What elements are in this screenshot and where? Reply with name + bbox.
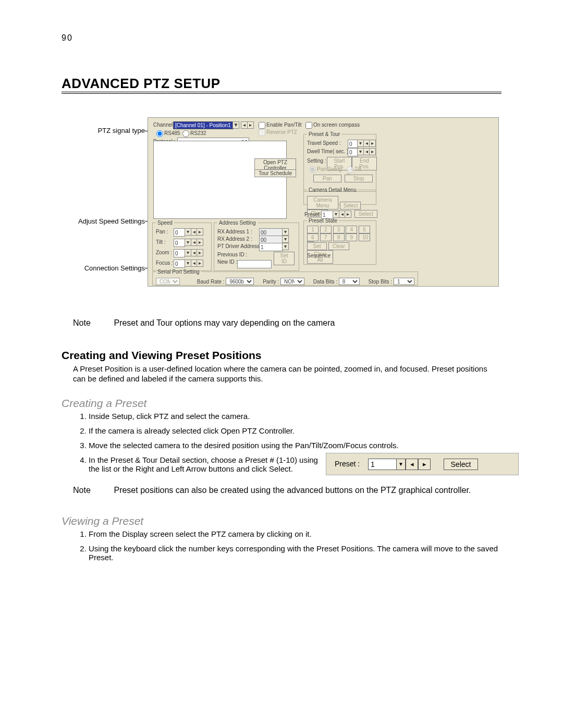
- preset-state-5[interactable]: 5: [359, 226, 370, 233]
- camera-preview-area: [153, 141, 287, 219]
- dwell-time-input[interactable]: [348, 148, 358, 156]
- preset-state-9[interactable]: 9: [346, 233, 357, 241]
- pan-swing-radio: [309, 166, 316, 173]
- preset-state-group: Preset State 1 2 3 4 5 ▴ 6 7 8 9 10 ▾: [303, 218, 376, 265]
- preset-widget-next-button[interactable]: ▸: [418, 459, 431, 470]
- zoom-next-button[interactable]: ▸: [197, 249, 203, 256]
- dwell-time-next-button[interactable]: ▸: [369, 148, 376, 155]
- preset-select-button[interactable]: Select: [354, 210, 377, 218]
- dwell-time-label: Dwell Time( sec. ) :: [307, 149, 351, 154]
- serial-legend: Serial Port Setting: [156, 269, 201, 275]
- tour-schedule-button[interactable]: Tour Schedule: [254, 169, 296, 177]
- pt-driver-dropdown-icon[interactable]: ▾: [282, 243, 289, 250]
- channel-select[interactable]: [Channel 01] - Position1: [173, 121, 234, 129]
- rs232-radio[interactable]: [182, 130, 189, 137]
- onscreen-compass-checkbox[interactable]: [305, 122, 312, 129]
- parity-label: Parity :: [263, 279, 279, 285]
- view-step-1: From the Display screen select the PTZ c…: [89, 529, 506, 538]
- pan-next-button[interactable]: ▸: [197, 228, 203, 236]
- preset-widget-dropdown-icon[interactable]: ▼: [396, 459, 405, 470]
- callout-signal-type: PTZ signal type: [77, 127, 145, 134]
- tilt-next-button[interactable]: ▸: [197, 239, 203, 246]
- heading-viewing-a-preset: Viewing a Preset: [62, 515, 143, 527]
- step-3: Move the selected camera to the desired …: [89, 441, 506, 450]
- heading-creating-a-preset: Creating a Preset: [62, 397, 146, 410]
- pan-swing-label: Pan Swing: [317, 166, 342, 172]
- new-id-label: New ID :: [217, 259, 237, 265]
- creating-viewing-paragraph: A Preset Position is a user-defined loca…: [73, 364, 500, 384]
- address-group: Address Setting RX Address 1 : ▾ RX Addr…: [214, 220, 299, 271]
- preset-widget-select-button[interactable]: Select: [444, 459, 478, 470]
- sequence-label: Sequence :: [307, 253, 334, 258]
- pt-driver-label: PT Driver Address :: [217, 243, 263, 249]
- stopbits-select[interactable]: 1: [394, 278, 414, 285]
- preset-state-7[interactable]: 7: [320, 233, 332, 241]
- rx1-dropdown-icon[interactable]: ▾: [282, 228, 289, 236]
- heading-rule: [62, 92, 501, 94]
- focus-label: Focus :: [156, 260, 173, 266]
- prev-id-label: Previous ID :: [217, 252, 247, 257]
- focus-input[interactable]: [174, 260, 185, 268]
- travel-speed-next-button[interactable]: ▸: [369, 140, 376, 147]
- preset-tour-legend: Preset & Tour: [307, 131, 341, 137]
- zoom-input[interactable]: [174, 249, 185, 257]
- preset-next-button[interactable]: ▸: [345, 211, 351, 218]
- parity-select[interactable]: NONE: [280, 278, 304, 285]
- com-select: COM1: [156, 278, 180, 285]
- preset-label: Preset :: [304, 212, 322, 217]
- rx1-label: RX Address 1 :: [217, 229, 252, 235]
- speed-legend: Speed: [156, 220, 174, 226]
- set-id-button[interactable]: Set ID: [274, 252, 295, 265]
- view-step-2: Using the keyboard click the number keys…: [89, 544, 506, 562]
- new-id-input[interactable]: [237, 260, 272, 268]
- preset-state-6[interactable]: 6: [307, 233, 319, 241]
- rs485-label: RS485: [164, 130, 180, 136]
- preset-state-2[interactable]: 2: [320, 226, 332, 233]
- travel-speed-input[interactable]: [348, 140, 358, 148]
- preset-clear-button[interactable]: Clear: [328, 242, 349, 250]
- databits-select[interactable]: 8: [339, 278, 360, 285]
- baud-label: Baud Rate :: [197, 279, 225, 285]
- rx2-dropdown-icon[interactable]: ▾: [282, 236, 289, 243]
- preset-widget-prev-button[interactable]: ◂: [406, 459, 418, 470]
- note-1-label: Note: [73, 318, 112, 328]
- heading-creating-viewing: Creating and Viewing Preset Positions: [62, 349, 262, 362]
- baud-select[interactable]: 9600bps: [226, 278, 254, 285]
- channel-dropdown-icon[interactable]: ▼: [232, 121, 239, 129]
- pan-input[interactable]: [174, 228, 185, 237]
- reverse-ptz-label: Reverse PTZ: [266, 129, 297, 135]
- step-4: In the Preset & Tour Detail section, cho…: [89, 455, 318, 473]
- preset-state-legend: Preset State: [307, 218, 339, 224]
- callout-speed-settings: Adjust Speed Settings: [77, 217, 145, 225]
- pan-button[interactable]: Pan: [313, 175, 341, 182]
- pan-label: Pan :: [156, 229, 168, 235]
- preset-tour-group: Preset & Tour Travel Speed : ▾ ◂ ▸ Dwell…: [303, 131, 376, 192]
- preset-set-button[interactable]: Set: [307, 242, 327, 250]
- note-2-label: Note: [73, 486, 112, 495]
- preset-widget-select[interactable]: 1 ▼: [368, 459, 406, 470]
- camera-detail-group: Camera Detail Menu Camera Menu Select Cl…: [303, 187, 376, 205]
- tilt-swing-radio: [347, 166, 353, 173]
- tilt-input[interactable]: [174, 239, 185, 247]
- onscreen-compass-label: On screen compass: [313, 122, 360, 128]
- preset-state-1[interactable]: 1: [307, 226, 319, 233]
- rs232-label: RS232: [190, 130, 206, 136]
- channel-next-button[interactable]: ▸: [247, 121, 254, 129]
- step-1: Inside Setup, click PTZ and select the c…: [89, 412, 506, 421]
- viewing-preset-steps: From the Display screen select the PTZ c…: [73, 529, 506, 567]
- pt-driver-input[interactable]: [259, 243, 283, 251]
- rs485-radio[interactable]: [156, 130, 163, 137]
- preset-widget-value: 1: [371, 460, 375, 468]
- preset-state-4[interactable]: 4: [346, 226, 357, 233]
- camera-menu-button[interactable]: Camera Menu: [307, 196, 338, 209]
- note-1: Note Preset and Tour options may vary de…: [73, 318, 335, 328]
- serial-group: Serial Port Setting COM1 Baud Rate : 960…: [152, 269, 418, 286]
- stop-button[interactable]: Stop: [345, 175, 373, 182]
- preset-state-3[interactable]: 3: [333, 226, 345, 233]
- preset-state-8[interactable]: 8: [333, 233, 345, 241]
- focus-next-button[interactable]: ▸: [197, 260, 203, 267]
- camera-select-button[interactable]: Select: [340, 202, 361, 209]
- preset-state-10[interactable]: 10: [359, 233, 370, 241]
- channel-label: Channel: [153, 122, 173, 128]
- enable-pantilt-checkbox[interactable]: [259, 122, 265, 129]
